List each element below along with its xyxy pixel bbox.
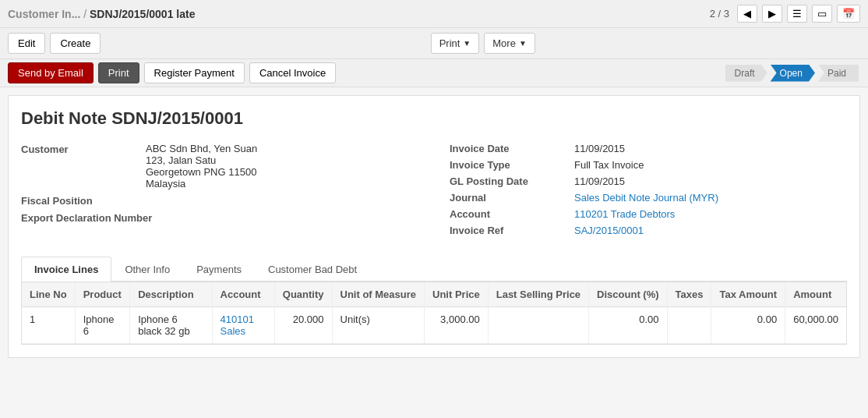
tabs: Invoice Lines Other Info Payments Custom… bbox=[21, 257, 847, 282]
cell-account[interactable]: 410101 Sales bbox=[212, 307, 274, 344]
top-right-controls: 2 / 3 ◀ ▶ ☰ ▭ 📅 bbox=[710, 5, 860, 23]
journal-row: Journal Sales Debit Note Journal (MYR) bbox=[450, 192, 847, 204]
edit-button[interactable]: Edit bbox=[8, 33, 45, 54]
next-record-button[interactable]: ▶ bbox=[762, 5, 782, 23]
fiscal-position-row: Fiscal Position bbox=[21, 194, 418, 207]
cell-line-no: 1 bbox=[22, 307, 75, 344]
cell-tax-amount: 0.00 bbox=[711, 307, 785, 344]
print-caret: ▼ bbox=[463, 39, 471, 48]
prev-record-button[interactable]: ◀ bbox=[737, 5, 757, 23]
cell-description: Iphone 6 black 32 gb bbox=[130, 307, 212, 344]
invoice-ref-row: Invoice Ref SAJ/2015/0001 bbox=[450, 225, 847, 236]
invoice-type-label: Invoice Type bbox=[450, 159, 574, 171]
invoice-date-label: Invoice Date bbox=[450, 143, 574, 154]
cell-taxes bbox=[667, 307, 711, 344]
fiscal-position-label: Fiscal Position bbox=[21, 194, 146, 207]
col-quantity: Quantity bbox=[274, 282, 332, 307]
breadcrumb-parent[interactable]: Customer In... bbox=[8, 8, 80, 20]
cell-unit-price: 3,000.00 bbox=[425, 307, 489, 344]
status-open[interactable]: Open bbox=[771, 65, 815, 82]
cell-product: Iphone 6 bbox=[75, 307, 130, 344]
col-account: Account bbox=[212, 282, 274, 307]
col-last-selling-price: Last Selling Price bbox=[488, 282, 588, 307]
col-discount: Discount (%) bbox=[589, 282, 667, 307]
send-email-button[interactable]: Send by Email bbox=[8, 62, 94, 83]
col-product: Product bbox=[75, 282, 130, 307]
action-bar: Edit Create Print ▼ More ▼ bbox=[0, 28, 868, 59]
form-view-button[interactable]: ▭ bbox=[812, 5, 832, 23]
invoice-lines-table: Line No Product Description Account Quan… bbox=[21, 282, 847, 345]
customer-value: ABC Sdn Bhd, Yen Suan 123, Jalan Satu Ge… bbox=[146, 143, 257, 190]
breadcrumb: Customer In... / SDNJ/2015/0001 late bbox=[8, 8, 195, 20]
tab-invoice-lines[interactable]: Invoice Lines bbox=[21, 257, 111, 282]
invoice-date-row: Invoice Date 11/09/2015 bbox=[450, 143, 847, 154]
gl-posting-value: 11/09/2015 bbox=[574, 175, 625, 187]
invoice-date-value: 11/09/2015 bbox=[574, 143, 625, 154]
col-line-no: Line No bbox=[22, 282, 75, 307]
register-payment-button[interactable]: Register Payment bbox=[144, 62, 245, 83]
print-button[interactable]: Print bbox=[98, 62, 139, 83]
list-view-button[interactable]: ☰ bbox=[787, 5, 807, 23]
status-draft[interactable]: Draft bbox=[725, 65, 767, 82]
fields-section: Customer ABC Sdn Bhd, Yen Suan 123, Jala… bbox=[21, 143, 847, 241]
export-decl-row: Export Declaration Number bbox=[21, 211, 418, 224]
customer-address2: Georgetown PNG 11500 bbox=[146, 166, 257, 178]
gl-posting-label: GL Posting Date bbox=[450, 175, 574, 187]
account-value[interactable]: 110201 Trade Debtors bbox=[574, 208, 675, 220]
customer-row: Customer ABC Sdn Bhd, Yen Suan 123, Jala… bbox=[21, 143, 418, 190]
action-bar-2: Send by Email Print Register Payment Can… bbox=[0, 59, 868, 87]
col-tax-amount: Tax Amount bbox=[711, 282, 785, 307]
main-content: Debit Note SDNJ/2015/0001 Customer ABC S… bbox=[8, 95, 860, 358]
calendar-view-button[interactable]: 📅 bbox=[837, 5, 860, 23]
table-header-row: Line No Product Description Account Quan… bbox=[22, 282, 846, 307]
cell-last-selling-price bbox=[488, 307, 588, 344]
invoice-ref-label: Invoice Ref bbox=[450, 225, 574, 236]
col-unit-of-measure: Unit of Measure bbox=[332, 282, 425, 307]
export-decl-label: Export Declaration Number bbox=[21, 211, 152, 224]
journal-value[interactable]: Sales Debit Note Journal (MYR) bbox=[574, 192, 718, 204]
customer-name[interactable]: ABC Sdn Bhd, Yen Suan bbox=[146, 143, 257, 154]
right-fields: Invoice Date 11/09/2015 Invoice Type Ful… bbox=[450, 143, 847, 241]
col-amount: Amount bbox=[785, 282, 846, 307]
status-paid[interactable]: Paid bbox=[818, 65, 859, 82]
customer-address3: Malaysia bbox=[146, 178, 257, 190]
document-title: Debit Note SDNJ/2015/0001 bbox=[21, 108, 847, 129]
invoice-type-row: Invoice Type Full Tax Invoice bbox=[450, 159, 847, 171]
tab-customer-bad-debt[interactable]: Customer Bad Debt bbox=[255, 257, 370, 282]
account-label: Account bbox=[450, 208, 574, 220]
status-bar: Draft Open Paid bbox=[725, 65, 860, 82]
cell-unit-of-measure: Unit(s) bbox=[332, 307, 425, 344]
gl-posting-row: GL Posting Date 11/09/2015 bbox=[450, 175, 847, 187]
account-row: Account 110201 Trade Debtors bbox=[450, 208, 847, 220]
top-bar: Customer In... / SDNJ/2015/0001 late 2 /… bbox=[0, 0, 868, 28]
col-taxes: Taxes bbox=[667, 282, 711, 307]
table-row[interactable]: 1 Iphone 6 Iphone 6 black 32 gb 410101 S… bbox=[22, 307, 846, 344]
customer-label: Customer bbox=[21, 143, 146, 155]
more-caret: ▼ bbox=[519, 39, 527, 48]
left-fields: Customer ABC Sdn Bhd, Yen Suan 123, Jala… bbox=[21, 143, 418, 241]
customer-address1: 123, Jalan Satu bbox=[146, 154, 257, 166]
breadcrumb-separator: / bbox=[83, 8, 90, 20]
breadcrumb-current: SDNJ/2015/0001 late bbox=[90, 8, 195, 20]
col-description: Description bbox=[130, 282, 212, 307]
cell-discount: 0.00 bbox=[589, 307, 667, 344]
print-dropdown[interactable]: Print ▼ bbox=[431, 33, 480, 54]
invoice-ref-value[interactable]: SAJ/2015/0001 bbox=[574, 225, 644, 236]
journal-label: Journal bbox=[450, 192, 574, 204]
cell-quantity: 20.000 bbox=[274, 307, 332, 344]
col-unit-price: Unit Price bbox=[425, 282, 489, 307]
tab-payments[interactable]: Payments bbox=[183, 257, 255, 282]
tab-other-info[interactable]: Other Info bbox=[111, 257, 183, 282]
invoice-type-value: Full Tax Invoice bbox=[574, 159, 644, 171]
more-dropdown[interactable]: More ▼ bbox=[484, 33, 535, 54]
cell-amount: 60,000.00 bbox=[785, 307, 846, 344]
cancel-invoice-button[interactable]: Cancel Invoice bbox=[249, 62, 336, 83]
create-button[interactable]: Create bbox=[50, 33, 101, 54]
pagination-info: 2 / 3 bbox=[710, 8, 729, 19]
